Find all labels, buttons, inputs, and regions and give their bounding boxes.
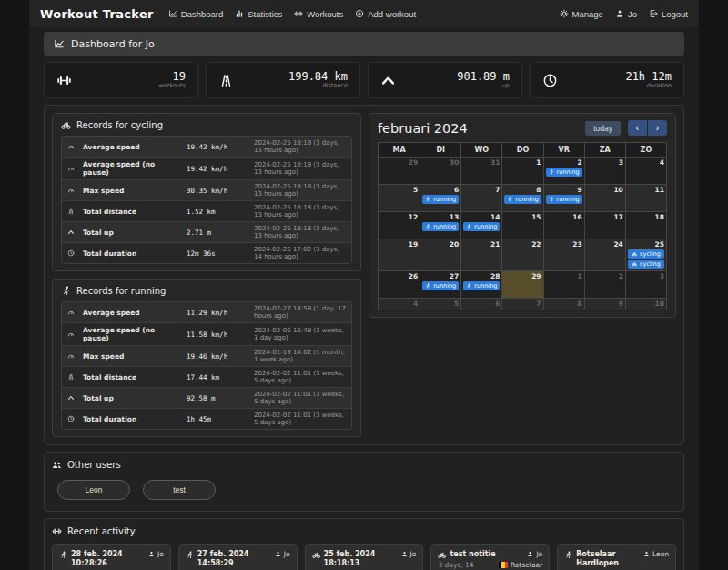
calendar-event-running[interactable]: running bbox=[463, 222, 500, 231]
calendar-day-cell[interactable]: 31 bbox=[460, 157, 501, 184]
record-value: 19.46 km/h bbox=[187, 352, 250, 361]
calendar-day-cell[interactable]: 23 bbox=[543, 239, 584, 270]
nav-item-dashboard[interactable]: Dashboard bbox=[168, 9, 223, 19]
calendar-today-button[interactable]: today bbox=[585, 121, 621, 136]
calendar-day-cell[interactable]: 6 bbox=[460, 298, 501, 310]
calendar-day-cell-today[interactable]: 29 bbox=[501, 270, 542, 298]
calendar-day-cell[interactable]: 3 bbox=[625, 270, 666, 298]
calendar-event-running[interactable]: running bbox=[546, 168, 582, 177]
calendar-day-cell[interactable]: 20 bbox=[420, 239, 460, 270]
stat-label-workouts: workouts bbox=[158, 83, 186, 89]
record-value: 19.42 km/h bbox=[187, 143, 250, 151]
calendar-event-running[interactable]: running bbox=[504, 195, 541, 204]
calendar-day-cell[interactable]: 7 bbox=[501, 298, 542, 310]
calendar-day-cell[interactable]: 8running bbox=[501, 184, 542, 211]
calendar-day-cell[interactable]: 30 bbox=[420, 157, 460, 184]
nav-item-jo[interactable]: Jo bbox=[615, 9, 637, 19]
record-value: 1.52 km bbox=[187, 208, 250, 216]
calendar-event-running[interactable]: running bbox=[422, 195, 459, 204]
calendar-day-cell[interactable]: 10 bbox=[584, 184, 625, 211]
records-title: Records for cycling bbox=[61, 120, 352, 130]
calendar-day-cell[interactable]: 29 bbox=[379, 157, 420, 184]
workout-card[interactable]: 25 feb. 2024 18:18:13Jo3 days, 13 hours … bbox=[305, 544, 424, 570]
calendar-day-cell[interactable]: 2running bbox=[543, 157, 584, 184]
workout-user: Jo bbox=[275, 550, 290, 558]
calendar-day-cell[interactable]: 1 bbox=[501, 157, 542, 184]
calendar-day-cell[interactable]: 10 bbox=[625, 298, 666, 310]
calendar-day-cell[interactable]: 28running bbox=[460, 270, 501, 298]
workout-user: Leon bbox=[643, 550, 669, 558]
nav-item-workouts[interactable]: Workouts bbox=[294, 9, 343, 19]
workout-card[interactable]: Rotselaar HardlopenLeon1 week, 5 days ag… bbox=[557, 544, 676, 570]
calendar-day-cell[interactable]: 24 bbox=[584, 239, 625, 270]
other-users-title: Other users bbox=[67, 460, 121, 470]
record-label: Total distance bbox=[83, 208, 183, 216]
nav-item-add-workout[interactable]: Add workout bbox=[355, 9, 416, 19]
calendar-day-cell[interactable]: 11 bbox=[625, 184, 666, 211]
calendar-day-cell[interactable]: 8 bbox=[543, 298, 584, 310]
workouts-icon bbox=[56, 73, 72, 88]
calendar-day-header: VR bbox=[543, 143, 584, 157]
calendar-event-cycling[interactable]: cycling bbox=[628, 249, 664, 259]
calendar-day-cell[interactable]: 1 bbox=[543, 270, 584, 298]
calendar-day-cell[interactable]: 21 bbox=[460, 239, 501, 270]
calendar-week-row: 19202122232425cyclingcycling bbox=[379, 239, 666, 270]
calendar-day-cell[interactable]: 22 bbox=[501, 239, 542, 270]
calendar-day-cell[interactable]: 7 bbox=[460, 184, 501, 211]
record-row: Max speed19.46 km/h2024-01-19 14:02 (1 m… bbox=[62, 345, 351, 366]
calendar-next-button[interactable]: › bbox=[648, 120, 667, 136]
running-icon bbox=[425, 283, 430, 289]
calendar-day-cell[interactable]: 5 bbox=[420, 298, 460, 310]
calendar-day-cell[interactable]: 9 bbox=[584, 298, 625, 310]
user-link-test[interactable]: test bbox=[143, 480, 216, 500]
user-link-leon[interactable]: Leon bbox=[57, 480, 130, 500]
calendar-day-cell[interactable]: 19 bbox=[379, 239, 420, 270]
workout-title: 28 feb. 2024 10:28:26 bbox=[71, 550, 145, 568]
record-date: 2024-02-27 14:58 (1 day, 17 hours ago) bbox=[254, 305, 346, 320]
calendar-event-running[interactable]: running bbox=[463, 281, 500, 290]
calendar-day-cell[interactable]: 17 bbox=[584, 211, 625, 239]
calendar-day-cell[interactable]: 27running bbox=[420, 270, 460, 298]
calendar-day-cell[interactable]: 14running bbox=[460, 211, 501, 239]
calendar-day-cell[interactable]: 9running bbox=[543, 184, 584, 211]
workout-location: Rotselaar bbox=[499, 561, 542, 569]
calendar-day-cell[interactable]: 4 bbox=[379, 298, 420, 310]
calendar-day-cell[interactable]: 5 bbox=[379, 184, 420, 211]
app-window: Workout Tracker DashboardStatisticsWorko… bbox=[29, 0, 699, 570]
calendar-week-row: 45678910 bbox=[379, 298, 666, 310]
calendar-day-headers: MADIWODOVRZAZO bbox=[379, 143, 666, 157]
calendar-day-cell[interactable]: 16 bbox=[543, 211, 584, 239]
stat-card-workouts: 19workouts bbox=[44, 62, 198, 98]
record-value: 30.35 km/h bbox=[187, 187, 250, 195]
workout-card[interactable]: test notitieJo3 days, 14 hours agoRotsel… bbox=[430, 544, 550, 570]
nav-item-logout[interactable]: Logout bbox=[649, 9, 688, 19]
calendar-day-cell[interactable]: 25cyclingcycling bbox=[625, 239, 666, 270]
nav-item-manage[interactable]: Manage bbox=[560, 9, 603, 19]
app-title: Workout Tracker bbox=[40, 7, 154, 21]
calendar-event-running[interactable]: running bbox=[422, 281, 459, 290]
calendar-day-cell[interactable]: 13running bbox=[420, 211, 460, 239]
calendar-day-cell[interactable]: 6running bbox=[420, 184, 460, 211]
calendar-day-cell[interactable]: 3 bbox=[584, 157, 625, 184]
nav-item-statistics[interactable]: Statistics bbox=[235, 9, 282, 19]
calendar-event-running[interactable]: running bbox=[422, 222, 459, 231]
user-icon bbox=[148, 551, 155, 557]
calendar-event-running[interactable]: running bbox=[546, 195, 582, 204]
record-row: Total up2.71 m2024-02-25 18:18 (3 days, … bbox=[62, 221, 351, 242]
stat-card-duration: 21h 12mduration bbox=[530, 62, 684, 98]
add-workout-icon bbox=[355, 9, 364, 18]
record-row: Average speed11.29 km/h2024-02-27 14:58 … bbox=[62, 302, 351, 322]
calendar-day-cell[interactable]: 15 bbox=[501, 211, 542, 239]
calendar-day-cell[interactable]: 2 bbox=[584, 270, 625, 298]
calendar-prev-button[interactable]: ‹ bbox=[628, 120, 647, 136]
calendar-week-row: 2627running28running29123 bbox=[379, 270, 666, 298]
workout-card[interactable]: 28 feb. 2024 10:28:26Jo21 hours agoRotse… bbox=[52, 544, 171, 570]
calendar-day-cell[interactable]: 26 bbox=[379, 270, 420, 298]
speed-icon bbox=[67, 165, 75, 172]
calendar-day-cell[interactable]: 12 bbox=[379, 211, 420, 239]
calendar-day-cell[interactable]: 4 bbox=[625, 157, 666, 184]
calendar-event-cycling[interactable]: cycling bbox=[628, 260, 664, 269]
running-icon bbox=[507, 197, 512, 202]
workout-card[interactable]: 27 feb. 2024 14:58:29Jo1 day, 17 hours a… bbox=[178, 544, 298, 570]
calendar-day-cell[interactable]: 18 bbox=[625, 211, 666, 239]
